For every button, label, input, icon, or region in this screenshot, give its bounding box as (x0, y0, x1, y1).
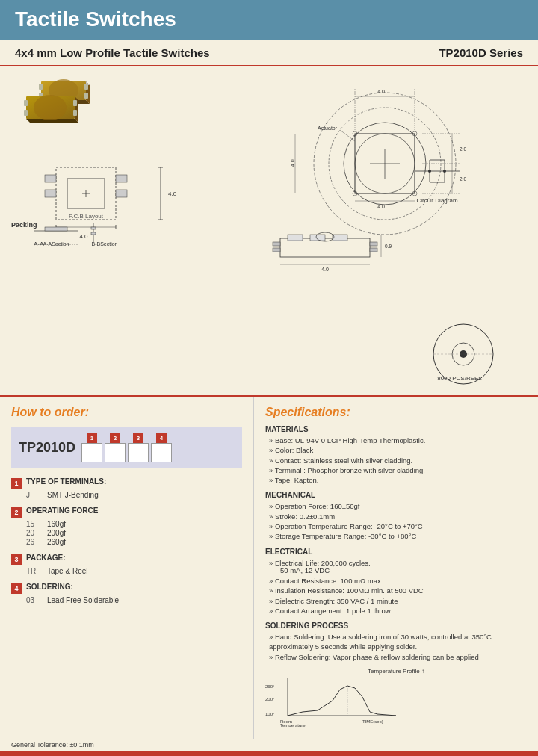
spec-mechanical-item-4: Storage Temperature Range: -30°C to +80°… (265, 531, 527, 541)
product-series: TP2010D Series (439, 46, 523, 59)
spec-materials: MATERIALS Base: UL-94V-0 LCP High-Temp T… (265, 425, 527, 485)
slot-3-box (128, 443, 149, 462)
svg-text:P.C.B Layout: P.C.B Layout (69, 213, 104, 220)
svg-text:B-BSection: B-BSection (91, 241, 117, 247)
order-item-2-num: 2 (11, 507, 22, 518)
svg-rect-8 (84, 93, 88, 99)
slot-1-box (81, 443, 102, 462)
order-item-2-value-3: 26 260gf (26, 538, 242, 546)
svg-rect-19 (45, 175, 56, 182)
order-code-box: TP2010D 1 2 3 4 (11, 427, 242, 468)
order-item-3-values: TR Tape & Reel (26, 567, 242, 575)
spec-soldering-item-1: Hand Soldering: Use a soldering iron of … (265, 632, 527, 652)
spec-materials-title: MATERIALS (265, 425, 527, 433)
svg-text:4.0: 4.0 (290, 159, 295, 167)
svg-rect-22 (116, 190, 127, 197)
spec-electrical-title: ELECTRICAL (265, 548, 527, 556)
svg-text:Circuit Diagram: Circuit Diagram (416, 197, 457, 204)
order-item-2-header: 2 OPERATING FORCE (11, 506, 242, 518)
pcb-layout-diagram: 4.0 4.0 P.C.B Layout A-A Packing A-ASect… (11, 152, 235, 250)
svg-rect-13 (24, 100, 28, 106)
footer-tolerance: General Tolerance: ±0.1mm (0, 739, 538, 751)
order-item-2-desc-2: 200gf (47, 529, 66, 537)
order-item-2-desc-3: 260gf (47, 538, 66, 546)
slot-1-badge: 1 (87, 433, 97, 443)
diagram-left-panel: 4.0 4.0 P.C.B Layout A-A Packing A-ASect… (11, 74, 250, 388)
order-item-3-desc-1: Tape & Reel (47, 567, 87, 575)
spec-mechanical-item-3: Operation Temperature Range: -20°C to +7… (265, 521, 527, 531)
slot-3-badge: 3 (133, 433, 143, 443)
spec-soldering-title: SOLDERING PROCESS (265, 622, 527, 630)
svg-text:2.0: 2.0 (460, 176, 466, 182)
slot-2-wrapper: 2 (105, 433, 126, 462)
spec-electrical: ELECTRICAL Electrical Life: 200,000 cycl… (265, 548, 527, 616)
svg-text:0.9: 0.9 (385, 244, 392, 249)
spec-electrical-item-3: Contact Resistance: 100 mΩ max. (265, 576, 527, 586)
order-item-1-num: 1 (11, 478, 22, 489)
order-item-2-desc-1: 160gf (47, 520, 66, 528)
spec-materials-item-2: Color: Black (265, 445, 527, 455)
spec-electrical-item-5: Dielectric Strength: 350 VAC / 1 minute (265, 596, 527, 606)
order-item-4-num: 4 (11, 583, 22, 594)
slots-num-row: 1 2 3 4 (81, 433, 172, 462)
order-item-4-title: SOLDERING: (26, 583, 73, 591)
order-item-2-code-1: 15 (26, 520, 41, 528)
svg-rect-38 (45, 227, 67, 231)
temp-chart-title: Temperature Profile ↑ (265, 668, 527, 675)
footer-bar: sales@greatecs.com G reatec S 格瑞特斯 www.g… (0, 751, 538, 756)
order-item-2-code-3: 26 (26, 538, 41, 546)
svg-text:8000 PCS/REEL: 8000 PCS/REEL (437, 375, 482, 382)
bottom-section: How to order: TP2010D 1 2 3 (0, 397, 538, 739)
spec-soldering: SOLDERING PROCESS Hand Soldering: Use a … (265, 622, 527, 662)
slot-4-wrapper: 4 (151, 433, 172, 462)
how-to-order-heading: How to order: (11, 406, 242, 419)
svg-text:4.0: 4.0 (79, 233, 88, 240)
svg-point-87 (443, 170, 446, 173)
order-item-1-title: TYPE OF TERMINALS: (26, 477, 106, 486)
svg-rect-41 (91, 227, 96, 229)
svg-rect-91 (333, 235, 347, 241)
svg-rect-15 (73, 100, 77, 106)
spec-mechanical-title: MECHANICAL (265, 491, 527, 499)
svg-text:4.0: 4.0 (377, 204, 385, 209)
order-item-1-code-1: J (26, 491, 41, 499)
tolerance-text: General Tolerance: ±0.1mm (11, 741, 94, 749)
slot-2-badge: 2 (110, 433, 120, 443)
order-item-1-desc-1: SMT J-Bending (47, 491, 99, 499)
order-item-4-value-1: 03 Lead Free Solderable (26, 596, 242, 604)
order-item-4: 4 SOLDERING: 03 Lead Free Solderable (11, 583, 242, 604)
spec-materials-item-3: Contact: Stainless steel with silver cla… (265, 456, 527, 465)
order-item-1-value-1: J SMT J-Bending (26, 491, 242, 499)
order-item-3: 3 PACKAGE: TR Tape & Reel (11, 554, 242, 575)
spec-materials-item-1: Base: UL-94V-0 LCP High-Temp Thermoplast… (265, 436, 527, 445)
order-item-4-desc-1: Lead Free Solderable (47, 596, 119, 604)
header-top-bar: Tactile Switches (0, 0, 538, 40)
svg-text:260°: 260° (265, 684, 275, 689)
spec-electrical-indent: 50 mA, 12 VDC (265, 566, 527, 574)
spec-mechanical-item-1: Operation Force: 160±50gf (265, 501, 527, 511)
specifications-heading: Specifications: (265, 406, 527, 419)
order-item-4-values: 03 Lead Free Solderable (26, 596, 242, 604)
svg-rect-95 (370, 248, 377, 252)
spec-materials-item-5: Tape: Kapton. (265, 475, 527, 485)
svg-rect-89 (288, 235, 303, 241)
spec-mechanical: MECHANICAL Operation Force: 160±50gf Str… (265, 491, 527, 541)
order-item-3-title: PACKAGE: (26, 554, 66, 562)
order-item-4-code-1: 03 (26, 596, 41, 604)
order-item-1-header: 1 TYPE OF TERMINALS: (11, 477, 242, 489)
page-title: Tactile Switches (15, 7, 176, 31)
svg-text:Packing: Packing (11, 221, 37, 229)
svg-line-60 (340, 130, 355, 141)
slot-1-wrapper: 1 (81, 433, 102, 462)
technical-diagrams-right: 4.0 4.0 Actuator 2.0 (258, 74, 527, 388)
order-item-2-value-1: 15 160gf (26, 520, 242, 528)
temp-chart-svg: 100° 200° 260° Room Temperature TIME(sec… (265, 675, 400, 727)
svg-text:2.0: 2.0 (460, 146, 466, 152)
svg-text:TIME(sec): TIME(sec) (362, 719, 383, 724)
svg-rect-92 (273, 242, 280, 246)
order-item-2: 2 OPERATING FORCE 15 160gf 20 200gf 26 2… (11, 506, 242, 546)
order-item-1: 1 TYPE OF TERMINALS: J SMT J-Bending (11, 477, 242, 499)
slot-3-wrapper: 3 (128, 433, 149, 462)
svg-text:Temperature: Temperature (280, 723, 306, 727)
spec-electrical-item-4: Insulation Resistance: 100MΩ min. at 500… (265, 586, 527, 595)
